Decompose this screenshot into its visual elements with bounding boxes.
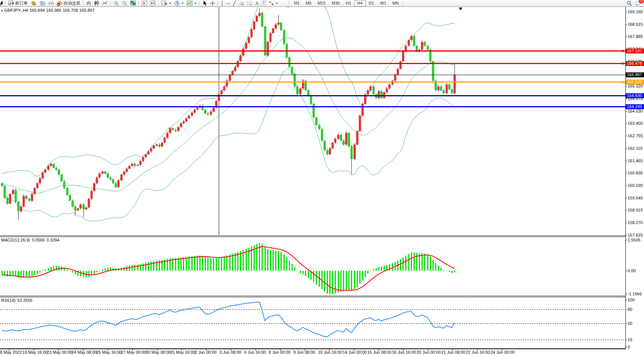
price-axis-label: 163.400 — [628, 121, 643, 125]
timeframe-button-D1[interactable]: D1 — [366, 0, 377, 6]
text-label-icon: T — [262, 1, 266, 6]
price-badge: 165.528 — [626, 80, 644, 85]
horizontal-line-object[interactable] — [0, 106, 625, 107]
price-axis-label: 157.625 — [628, 233, 643, 237]
timeframe-button-H4[interactable]: H4 — [354, 0, 366, 6]
zoom-out-button[interactable] — [121, 0, 129, 6]
text-label-tool[interactable]: T — [260, 0, 268, 6]
horizontal-line-object[interactable] — [0, 82, 625, 83]
time-axis-label: 25 May 16:00 — [96, 350, 122, 354]
time-axis-label: 16 Jun 16:00 — [392, 350, 416, 354]
price-axis-label: 158.270 — [628, 220, 643, 225]
channel-tool[interactable]: E — [237, 0, 246, 6]
bar-chart-icon — [86, 1, 91, 6]
time-axis-label: 8 Jun 00:00 — [269, 350, 291, 354]
market-watch-button[interactable] — [29, 0, 38, 6]
rsi-value: 52.2555 — [17, 298, 33, 303]
price-badge: 165.897 — [626, 72, 644, 77]
price-axis-label: 169.160 — [628, 9, 643, 14]
current-price-line[interactable] — [0, 75, 625, 75]
timeframe-button-M15[interactable]: M15 — [315, 0, 329, 6]
auto-scroll-button[interactable] — [140, 0, 149, 6]
time-axis-label: 15 Jun 08:00 — [367, 350, 392, 354]
zoom-in-button[interactable] — [112, 0, 121, 6]
one-click-trading-toggle-icon[interactable]: ▾ — [1, 9, 3, 13]
gold-bars-icon — [31, 1, 37, 6]
vertical-line-tool[interactable]: │ — [219, 0, 226, 6]
periods-button[interactable]: ▼ — [173, 0, 185, 6]
toolbar-separator — [403, 1, 404, 6]
price-axis-label: 167.885 — [628, 34, 643, 39]
price-badge: 167.137 — [626, 49, 644, 53]
pointer-fragment-icon — [0, 1, 3, 6]
timeframe-button-M1[interactable]: M1 — [291, 0, 302, 6]
text-tool[interactable]: A — [254, 0, 260, 6]
auto-scroll-icon — [142, 1, 147, 6]
time-axis-label: 10 Jun 16:00 — [318, 350, 342, 354]
candlestick-button[interactable] — [93, 0, 101, 6]
dropdown-arrow-icon: ▼ — [181, 2, 184, 5]
price-axis-label: 161.465 — [628, 158, 643, 163]
rsi-name: RSI(14) — [1, 298, 16, 303]
line-handle[interactable] — [622, 50, 624, 52]
notification-badge: 1 — [639, 0, 644, 3]
new-order-button[interactable]: 新订单 — [7, 0, 29, 6]
price-axis-label: 159.545 — [628, 196, 643, 200]
tile-windows-icon — [130, 1, 136, 6]
svg-text:F: F — [251, 4, 252, 6]
chart-shift-marker[interactable] — [459, 8, 462, 10]
svg-text:E: E — [242, 3, 244, 6]
zoom-in-icon — [114, 1, 119, 6]
bar-chart-button[interactable] — [85, 0, 93, 6]
timeframe-button-M5[interactable]: M5 — [302, 0, 314, 6]
autotrading-button[interactable]: 自动交易 — [55, 0, 82, 6]
line-handle[interactable] — [622, 81, 624, 83]
autotrading-icon — [57, 1, 63, 6]
horizontal-line-object[interactable] — [0, 95, 625, 96]
cursor-tool-button[interactable] — [201, 0, 208, 6]
line-chart-button[interactable] — [101, 0, 109, 6]
timeframe-button-W1[interactable]: W1 — [377, 0, 390, 6]
timeframe-button-H1[interactable]: H1 — [343, 0, 354, 6]
arrow-shapes-icon — [269, 1, 274, 6]
rsi-axis-label: 15 — [628, 337, 632, 342]
horizontal-line-object[interactable] — [0, 50, 625, 52]
price-axis-label: 160.835 — [628, 171, 643, 175]
dropdown-arrow-icon: ▼ — [169, 2, 171, 5]
navigator-button[interactable] — [47, 0, 55, 6]
horizontal-line-tool[interactable]: ─ — [225, 0, 232, 6]
price-badge: 164.830 — [626, 93, 644, 98]
line-handle[interactable] — [622, 63, 624, 64]
crosshair-tool-button[interactable] — [208, 0, 216, 6]
time-axis-label: 14 Jun 00:00 — [343, 350, 367, 354]
macd-signal-value: 0.1094 — [47, 238, 60, 242]
tile-windows-button[interactable] — [129, 0, 137, 6]
open-value: 165.894 — [30, 8, 45, 13]
rsi-axis-label: 80 — [628, 307, 632, 312]
chat-button[interactable]: 1 — [633, 0, 642, 6]
price-axis-label: 168.515 — [628, 22, 643, 27]
clock-icon — [174, 1, 180, 6]
indicators-icon — [187, 1, 193, 6]
toolbar-separator — [5, 1, 6, 6]
rsi-axis-label: 100 — [628, 298, 635, 302]
horizontal-line-object[interactable] — [0, 63, 625, 64]
time-axis-label: 19 May 16:00 — [22, 350, 48, 354]
main-toolbar: 新订单 — [0, 0, 644, 7]
timeframe-button-M30[interactable]: M30 — [329, 0, 343, 6]
trendline-tool[interactable]: ╱ — [232, 0, 237, 6]
timeframe-button-MN[interactable]: MN — [389, 0, 402, 6]
price-badge: 164.249 — [626, 104, 644, 109]
search-button[interactable] — [625, 0, 633, 6]
fibonacci-tool[interactable]: F — [246, 0, 254, 6]
macd-axis-label: -1.1666 — [628, 292, 642, 296]
new-chart-button[interactable]: ▼ — [160, 0, 173, 6]
macd-axis-label: 0.00 — [628, 268, 636, 273]
time-axis-label: 6 Jun 16:00 — [244, 350, 266, 354]
arrows-tool[interactable]: ▼ — [268, 0, 280, 6]
chart-canvas[interactable] — [0, 0, 644, 356]
indicators-button[interactable]: ▼ — [185, 0, 198, 6]
macd-main-value: 0.0566 — [32, 238, 45, 242]
data-window-button[interactable] — [38, 0, 47, 6]
chart-shift-button[interactable] — [149, 0, 157, 6]
